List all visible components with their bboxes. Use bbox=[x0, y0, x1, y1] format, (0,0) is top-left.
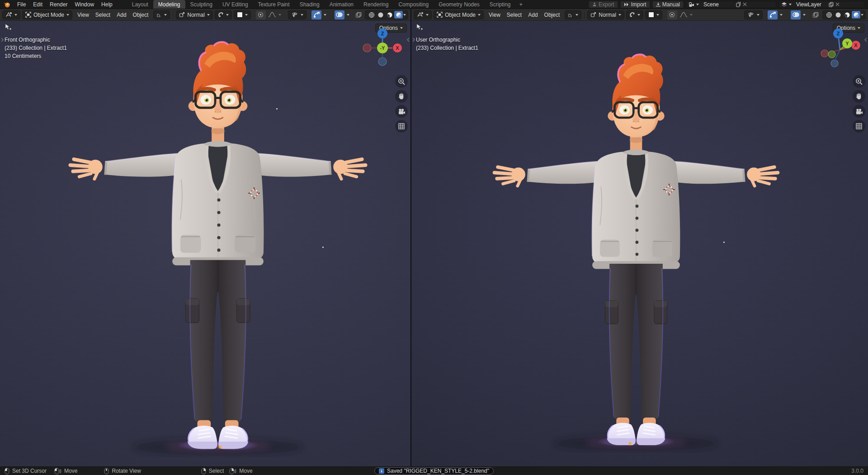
shading-material-button[interactable] bbox=[385, 11, 394, 19]
add-workspace-button[interactable]: + bbox=[516, 0, 527, 9]
shading-solid-button[interactable] bbox=[376, 11, 385, 19]
zoom-button[interactable] bbox=[853, 75, 865, 88]
orientation-dropdown[interactable]: Normal bbox=[176, 10, 213, 19]
grid-toggle-button[interactable] bbox=[395, 120, 408, 133]
editor-type-dropdown[interactable] bbox=[414, 10, 432, 19]
shading-material-button[interactable] bbox=[843, 11, 851, 19]
stray-vertex-dot bbox=[276, 108, 278, 109]
falloff-curve-icon[interactable] bbox=[679, 12, 688, 18]
menu-file[interactable]: File bbox=[14, 1, 29, 8]
snap-dropdown[interactable] bbox=[626, 10, 643, 19]
viewport-left-canvas[interactable]: Front Orthographic (233) Collection | Ex… bbox=[0, 21, 410, 466]
viewport-right-canvas[interactable]: User Orthographic (233) Collection | Ext… bbox=[411, 21, 868, 466]
xray-toggle[interactable] bbox=[354, 10, 363, 19]
gizmo-z-neg-axis[interactable] bbox=[831, 60, 838, 67]
menu-view[interactable]: View bbox=[486, 12, 504, 18]
overlays-toggle[interactable] bbox=[791, 10, 801, 19]
import-button[interactable]: Import bbox=[620, 1, 650, 8]
tool-settings-dropdown[interactable] bbox=[153, 10, 170, 19]
svg-text:Z: Z bbox=[837, 31, 840, 36]
toolbar-expand-icon[interactable] bbox=[0, 37, 4, 43]
3d-viewport-icon bbox=[5, 12, 12, 18]
scene-selector[interactable]: Scene bbox=[686, 1, 776, 8]
gizmo-x-neg-axis[interactable] bbox=[821, 50, 828, 57]
shading-solid-button[interactable] bbox=[834, 11, 842, 19]
tab-animation[interactable]: Animation bbox=[325, 0, 359, 9]
chevron-down-icon bbox=[861, 14, 863, 16]
tab-compositing[interactable]: Compositing bbox=[393, 0, 434, 9]
menu-add[interactable]: Add bbox=[113, 12, 129, 18]
menu-select[interactable]: Select bbox=[92, 12, 113, 18]
tool-settings-dropdown[interactable] bbox=[565, 10, 581, 19]
menu-object[interactable]: Object bbox=[130, 12, 152, 18]
tab-geometry-nodes[interactable]: Geometry Nodes bbox=[434, 0, 485, 9]
toolbar-expand-icon[interactable] bbox=[412, 37, 415, 43]
menu-add[interactable]: Add bbox=[525, 12, 541, 18]
tab-shading[interactable]: Shading bbox=[295, 0, 325, 9]
visibility-dropdown[interactable] bbox=[288, 10, 307, 19]
falloff-curve-icon[interactable] bbox=[268, 12, 276, 18]
zoom-button[interactable] bbox=[395, 75, 408, 88]
camera-view-button[interactable] bbox=[853, 105, 865, 118]
menu-help[interactable]: Help bbox=[98, 1, 116, 8]
overlays-toggle[interactable] bbox=[335, 10, 344, 19]
snap-dropdown[interactable] bbox=[215, 10, 232, 19]
export-button[interactable]: Export bbox=[589, 1, 618, 8]
sidebar-expand-icon[interactable] bbox=[864, 37, 868, 43]
copy-viewlayer-icon[interactable] bbox=[829, 2, 834, 7]
tab-texture-paint[interactable]: Texture Paint bbox=[253, 0, 295, 9]
shading-wireframe-button[interactable] bbox=[367, 11, 376, 19]
menu-edit[interactable]: Edit bbox=[29, 1, 46, 8]
overlays-group bbox=[331, 10, 353, 19]
tab-uv-editing[interactable]: UV Editing bbox=[217, 0, 253, 9]
pan-button[interactable] bbox=[853, 90, 865, 103]
tab-scripting[interactable]: Scripting bbox=[485, 0, 516, 9]
chevron-down-icon bbox=[164, 14, 167, 16]
tab-layout[interactable]: Layout bbox=[127, 0, 153, 9]
xray-toggle[interactable] bbox=[811, 10, 821, 19]
manual-button[interactable]: Manual bbox=[652, 1, 684, 8]
menu-object[interactable]: Object bbox=[541, 12, 563, 18]
gizmo-y-neg-axis[interactable] bbox=[828, 51, 835, 58]
menu-render[interactable]: Render bbox=[46, 1, 71, 8]
chevron-down-icon bbox=[226, 14, 229, 16]
viewlayer-selector[interactable]: ViewLayer bbox=[778, 1, 865, 8]
sidebar-expand-icon[interactable] bbox=[406, 37, 410, 43]
editor-type-dropdown[interactable] bbox=[2, 10, 20, 19]
camera-view-button[interactable] bbox=[395, 105, 408, 118]
gizmo-x-neg-axis[interactable] bbox=[363, 44, 371, 52]
pivot-icon bbox=[568, 12, 573, 18]
stray-vertex-dot bbox=[322, 247, 324, 248]
proportional-edit-toggle[interactable] bbox=[256, 10, 266, 19]
mode-dropdown[interactable]: Object Mode bbox=[22, 10, 72, 19]
gizmos-toggle[interactable] bbox=[311, 10, 321, 19]
snap-target-dropdown[interactable] bbox=[234, 10, 251, 19]
tab-sculpting[interactable]: Sculpting bbox=[185, 0, 217, 9]
gizmos-toggle[interactable] bbox=[768, 10, 778, 19]
shading-wireframe-button[interactable] bbox=[825, 11, 833, 19]
mode-dropdown[interactable]: Object Mode bbox=[434, 10, 484, 19]
tab-modeling[interactable]: Modeling bbox=[153, 0, 185, 9]
hint-label: Select bbox=[209, 468, 224, 474]
menu-view[interactable]: View bbox=[74, 12, 92, 18]
close-icon[interactable] bbox=[743, 2, 747, 6]
navigation-gizmo[interactable]: Z X -Y bbox=[361, 26, 404, 70]
blender-logo-icon[interactable] bbox=[0, 0, 14, 9]
menu-select[interactable]: Select bbox=[504, 12, 525, 18]
visibility-dropdown[interactable] bbox=[744, 10, 763, 19]
overlays-icon bbox=[793, 12, 799, 18]
menu-window[interactable]: Window bbox=[71, 1, 98, 8]
proportional-edit-toggle[interactable] bbox=[667, 10, 677, 19]
tab-rendering[interactable]: Rendering bbox=[359, 0, 393, 9]
shading-rendered-button[interactable] bbox=[852, 11, 860, 19]
gizmo-icon bbox=[313, 12, 320, 18]
grid-toggle-button[interactable] bbox=[853, 120, 865, 133]
shading-rendered-button[interactable] bbox=[394, 11, 403, 19]
new-scene-icon[interactable] bbox=[736, 2, 741, 7]
navigation-gizmo[interactable]: Z X Y bbox=[818, 26, 862, 70]
gizmo-z-neg-axis[interactable] bbox=[378, 57, 387, 66]
close-icon[interactable] bbox=[835, 2, 840, 6]
pan-button[interactable] bbox=[395, 90, 408, 103]
snap-target-dropdown[interactable] bbox=[645, 10, 662, 19]
orientation-dropdown[interactable]: Normal bbox=[587, 10, 624, 19]
